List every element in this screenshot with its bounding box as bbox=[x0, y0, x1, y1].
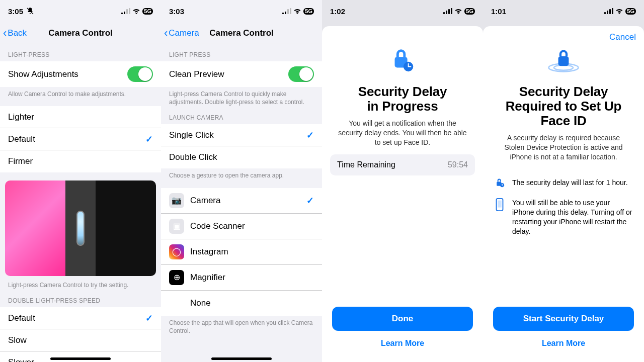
nav-title: Camera Control bbox=[209, 28, 274, 38]
nav-back-button[interactable]: ‹ Camera bbox=[164, 28, 199, 39]
row-label: Show Adjustments bbox=[8, 69, 127, 79]
app-option-none[interactable]: ⊘ None bbox=[161, 291, 322, 316]
app-option-camera[interactable]: 📷 Camera ✓ bbox=[161, 188, 322, 214]
nav-bar: ‹ Camera Camera Control bbox=[161, 22, 322, 44]
cellular-signal-icon bbox=[282, 8, 291, 14]
wifi-icon bbox=[615, 8, 623, 14]
launch-single-click[interactable]: Single Click✓ bbox=[161, 124, 322, 146]
toggle-show-adjustments[interactable] bbox=[127, 66, 153, 82]
status-bar: 3:05 5G bbox=[0, 0, 161, 22]
cellular-signal-icon bbox=[443, 8, 452, 14]
info-text: You will still be able to use your iPhon… bbox=[512, 198, 633, 236]
learn-more-link[interactable]: Learn More bbox=[490, 335, 637, 358]
pane-camera-control-a: 3:05 5G ‹ Back Camera Control LIGHT-PRES… bbox=[0, 0, 161, 362]
sheet-title: Security Delay Required to Set Up Face I… bbox=[502, 84, 625, 128]
sheet-subtitle: You will get a notification when the sec… bbox=[329, 119, 476, 147]
toggle-clean-preview[interactable] bbox=[288, 66, 314, 82]
press-option-default[interactable]: Default✓ bbox=[0, 128, 161, 150]
time-remaining-value: 59:54 bbox=[448, 160, 468, 169]
battery-5g-badge: 5G bbox=[303, 8, 314, 15]
info-row-duration: The security delay will last for 1 hour. bbox=[490, 173, 637, 193]
none-icon: ⊘ bbox=[169, 296, 184, 311]
status-bar: 1:01 5G bbox=[483, 0, 644, 22]
info-row-usage: You will still be able to use your iPhon… bbox=[490, 193, 637, 241]
svg-rect-5 bbox=[558, 56, 569, 66]
nav-bar: ‹ Back Camera Control bbox=[0, 22, 161, 44]
nav-back-button[interactable]: ‹ Back bbox=[3, 28, 27, 39]
magnifier-icon: ⊕ bbox=[169, 270, 184, 285]
lock-waves-icon bbox=[544, 45, 583, 76]
checkmark-icon: ✓ bbox=[306, 195, 314, 206]
speed-option-slower[interactable]: Slower bbox=[0, 351, 161, 362]
speed-option-slow[interactable]: Slow bbox=[0, 329, 161, 351]
instagram-icon: ◯ bbox=[169, 244, 184, 259]
info-text: The security delay will last for 1 hour. bbox=[512, 178, 628, 188]
home-indicator[interactable] bbox=[211, 357, 272, 360]
sheet-subtitle: A security delay is required because Sto… bbox=[490, 133, 637, 162]
section-footer: Allow Camera Control to make adjustments… bbox=[0, 87, 161, 99]
lock-clock-small-icon bbox=[494, 178, 505, 188]
row-clean-preview[interactable]: Clean Preview bbox=[161, 61, 322, 87]
wifi-icon bbox=[293, 8, 301, 14]
done-button[interactable]: Done bbox=[332, 307, 473, 331]
press-option-firmer[interactable]: Firmer bbox=[0, 150, 161, 172]
pane-security-delay-start: 1:01 5G Cancel Security Delay Require bbox=[483, 0, 644, 362]
modal-sheet: Security Delay in Progress You will get … bbox=[322, 26, 483, 362]
section-header-double-press-speed: DOUBLE LIGHT-PRESS SPEED bbox=[0, 290, 161, 307]
section-footer: Choose a gesture to open the camera app. bbox=[161, 168, 322, 180]
status-time: 3:03 bbox=[169, 7, 184, 16]
status-bar: 3:03 5G bbox=[161, 0, 322, 22]
section-header-light-press: LIGHT-PRESS bbox=[0, 44, 161, 61]
preview-footer: Light-press Camera Control to try the se… bbox=[0, 278, 161, 290]
start-security-delay-button[interactable]: Start Security Delay bbox=[493, 307, 634, 331]
screenshot-collage: 3:05 5G ‹ Back Camera Control LIGHT-PRES… bbox=[0, 0, 644, 362]
lock-clock-icon bbox=[388, 45, 417, 76]
chevron-left-icon: ‹ bbox=[3, 28, 7, 39]
cancel-button[interactable]: Cancel bbox=[609, 32, 636, 42]
row-show-adjustments[interactable]: Show Adjustments bbox=[0, 61, 161, 87]
nav-back-label: Camera bbox=[169, 28, 199, 38]
nav-title: Camera Control bbox=[48, 28, 113, 38]
wifi-icon bbox=[132, 8, 140, 14]
sheet-title: Security Delay in Progress bbox=[358, 84, 447, 114]
qr-code-icon: ▣ bbox=[169, 219, 184, 234]
time-remaining-row: Time Remaining 59:54 bbox=[330, 154, 475, 175]
press-option-lighter[interactable]: Lighter bbox=[0, 106, 161, 128]
section-header-light-press: LIGHT PRESS bbox=[161, 44, 322, 61]
checkmark-icon: ✓ bbox=[145, 134, 153, 145]
pane-camera-control-b: 3:03 5G ‹ Camera Camera Control LIGHT PR… bbox=[161, 0, 322, 362]
checkmark-icon: ✓ bbox=[145, 313, 153, 324]
app-option-code-scanner[interactable]: ▣ Code Scanner bbox=[161, 214, 322, 239]
checkmark-icon: ✓ bbox=[306, 130, 314, 141]
section-header-launch-camera: LAUNCH CAMERA bbox=[161, 107, 322, 124]
nav-back-label: Back bbox=[8, 28, 27, 38]
wifi-icon bbox=[454, 8, 462, 14]
svg-rect-9 bbox=[498, 201, 501, 208]
battery-5g-badge: 5G bbox=[464, 8, 475, 15]
camera-icon: 📷 bbox=[169, 193, 184, 208]
iphone-icon bbox=[494, 198, 505, 236]
status-time: 1:01 bbox=[491, 7, 506, 16]
section-footer: Choose the app that will open when you c… bbox=[161, 316, 322, 336]
learn-more-link[interactable]: Learn More bbox=[329, 335, 476, 358]
launch-double-click[interactable]: Double Click bbox=[161, 146, 322, 168]
app-option-instagram[interactable]: ◯ Instagram bbox=[161, 239, 322, 265]
modal-sheet: Cancel Security Delay Required to Set Up… bbox=[483, 26, 644, 362]
battery-5g-badge: 5G bbox=[625, 8, 636, 15]
status-bar: 1:02 5G bbox=[322, 0, 483, 22]
camera-control-preview-image bbox=[5, 180, 156, 276]
silent-mode-icon bbox=[26, 7, 34, 15]
chevron-left-icon: ‹ bbox=[164, 28, 168, 39]
home-indicator[interactable] bbox=[50, 357, 111, 360]
cellular-signal-icon bbox=[604, 8, 613, 14]
time-remaining-label: Time Remaining bbox=[337, 160, 395, 169]
status-time: 3:05 bbox=[8, 7, 23, 16]
cellular-signal-icon bbox=[121, 8, 130, 14]
battery-5g-badge: 5G bbox=[142, 8, 153, 15]
section-footer: Light-press Camera Control to quickly ma… bbox=[161, 87, 322, 107]
app-option-magnifier[interactable]: ⊕ Magnifier bbox=[161, 265, 322, 291]
speed-option-default[interactable]: Default✓ bbox=[0, 307, 161, 329]
status-time: 1:02 bbox=[330, 7, 345, 16]
pane-security-delay-progress: 1:02 5G Security Delay in Progress bbox=[322, 0, 483, 362]
